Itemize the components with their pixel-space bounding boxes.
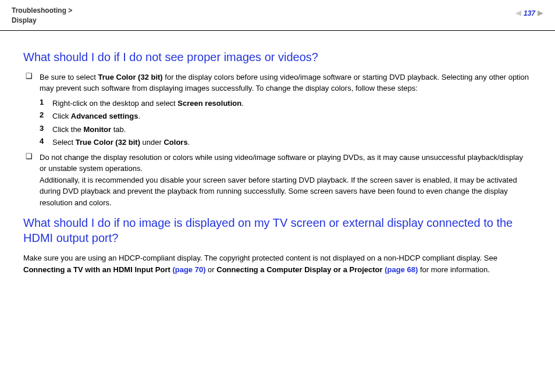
bullet-icon: ❑ bbox=[23, 72, 40, 94]
page-link-70[interactable]: (page 70) bbox=[172, 265, 205, 274]
t: Click the bbox=[52, 125, 83, 134]
t: Right-click on the desktop and select bbox=[52, 99, 177, 108]
page-nav: 137 bbox=[515, 9, 543, 17]
breadcrumb-line1: Troubleshooting > bbox=[12, 6, 72, 16]
step-3: 3 Click the Monitor tab. bbox=[40, 124, 532, 136]
p-pre: Make sure you are using an HDCP-complian… bbox=[23, 254, 497, 262]
step-text: Right-click on the desktop and select Sc… bbox=[52, 98, 532, 109]
step-4: 4 Select True Color (32 bit) under Color… bbox=[40, 137, 532, 148]
page-number: 137 bbox=[524, 9, 535, 17]
t: . bbox=[188, 138, 190, 147]
step-text: Click Advanced settings. bbox=[52, 111, 532, 122]
section2-heading: What should I do if no image is displaye… bbox=[23, 215, 532, 245]
page-header: Troubleshooting > Display 137 bbox=[0, 0, 555, 31]
p-mid: or bbox=[205, 265, 216, 274]
step-num: 2 bbox=[40, 111, 52, 122]
next-page-icon[interactable] bbox=[538, 10, 543, 16]
t: . bbox=[241, 99, 244, 108]
bullet-icon: ❑ bbox=[23, 152, 40, 209]
bullet-item-2: ❑ Do not change the display resolution o… bbox=[23, 152, 532, 209]
step-2: 2 Click Advanced settings. bbox=[40, 111, 532, 122]
bullet1-bold: True Color (32 bit) bbox=[98, 73, 162, 81]
bullet2-l2: Additionally, it is recommended you disa… bbox=[40, 176, 517, 207]
numbered-steps: 1 Right-click on the desktop and select … bbox=[40, 98, 532, 148]
p-post: for more information. bbox=[418, 265, 490, 274]
t: Click bbox=[52, 112, 71, 120]
p-bold2: Connecting a Computer Display or a Proje… bbox=[216, 265, 385, 274]
bullet-item-1: ❑ Be sure to select True Color (32 bit) … bbox=[23, 72, 532, 94]
t: Colors bbox=[163, 138, 187, 147]
step-num: 1 bbox=[40, 98, 52, 109]
t: Monitor bbox=[83, 125, 111, 134]
section1-heading: What should I do if I do not see proper … bbox=[23, 49, 532, 65]
section2-para: Make sure you are using an HDCP-complian… bbox=[23, 252, 532, 275]
t: tab. bbox=[111, 125, 126, 134]
breadcrumb-line2: Display bbox=[12, 16, 72, 26]
t: Advanced settings bbox=[71, 112, 138, 120]
t: Screen resolution bbox=[177, 99, 241, 108]
t: True Color (32 bit) bbox=[76, 138, 140, 147]
prev-page-icon[interactable] bbox=[515, 10, 521, 16]
step-text: Select True Color (32 bit) under Colors. bbox=[52, 137, 532, 148]
bullet1-pre: Be sure to select bbox=[40, 73, 98, 81]
breadcrumb: Troubleshooting > Display bbox=[12, 6, 72, 26]
t: Select bbox=[52, 138, 76, 147]
bullet2-l1: Do not change the display resolution or … bbox=[40, 153, 523, 173]
page-link-68[interactable]: (page 68) bbox=[385, 265, 418, 274]
t: under bbox=[140, 138, 163, 147]
step-1: 1 Right-click on the desktop and select … bbox=[40, 98, 532, 109]
step-text: Click the Monitor tab. bbox=[52, 124, 532, 136]
t: . bbox=[138, 112, 140, 120]
bullet1-text: Be sure to select True Color (32 bit) fo… bbox=[40, 72, 532, 94]
step-num: 4 bbox=[40, 137, 52, 148]
bullet2-text: Do not change the display resolution or … bbox=[40, 152, 532, 209]
p-bold1: Connecting a TV with an HDMI Input Port bbox=[23, 265, 172, 274]
step-num: 3 bbox=[40, 124, 52, 136]
page-content: What should I do if I do not see proper … bbox=[0, 31, 555, 287]
